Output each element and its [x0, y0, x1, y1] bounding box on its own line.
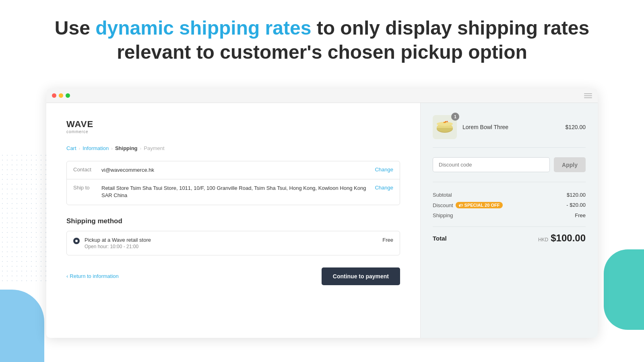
discount-code-badge: 🏷 SPECIAL 20 OFF: [456, 202, 503, 208]
discount-row: Apply: [433, 157, 586, 182]
contact-label: Contact: [73, 167, 101, 173]
browser-content: WAVE commerce Cart › Information › Shipp…: [46, 103, 598, 338]
discount-value: - $20.00: [566, 202, 586, 208]
shipping-option-price: Free: [382, 237, 393, 243]
checkout-form-panel: WAVE commerce Cart › Information › Shipp…: [46, 103, 421, 338]
product-quantity-badge: 1: [451, 113, 459, 121]
shipping-row-total: Shipping Free: [433, 212, 586, 218]
radio-inner: [75, 240, 78, 242]
ship-to-label: Ship to: [73, 185, 101, 191]
subtotal-row: Subtotal $120.00: [433, 192, 586, 198]
contact-value: vi@wavecommerce.hk: [101, 167, 371, 174]
breadcrumb: Cart › Information › Shipping › Payment: [66, 145, 400, 151]
dot-minimize[interactable]: [59, 93, 63, 98]
blue-decoration: [0, 290, 44, 362]
return-to-info-link[interactable]: ‹ Return to information: [66, 273, 119, 279]
totals-section: Subtotal $120.00 Discount 🏷 SPECIAL 20 O…: [433, 192, 586, 244]
menu-line: [584, 97, 592, 98]
subtotal-value: $120.00: [567, 192, 586, 198]
total-label: Total: [433, 235, 447, 242]
ship-to-change[interactable]: Change: [375, 185, 393, 191]
order-summary-panel: 1 Lorem Bowl Three $120.00 Apply Subtota…: [421, 103, 598, 338]
browser-dots: [52, 93, 70, 98]
chevron-icon: ›: [111, 146, 113, 151]
product-image-wrap: 1: [433, 115, 457, 139]
chevron-icon: ›: [140, 146, 142, 151]
ship-to-value: Retail Store Tsim Sha Tsui Store, 1011, …: [101, 185, 371, 199]
shipping-details: Pickup at a Wave retail store Open hour:…: [85, 237, 378, 249]
bowl-icon: [434, 117, 455, 138]
total-amount: $100.00: [551, 232, 586, 244]
logo-subtitle: commerce: [66, 130, 400, 134]
highlight-text: dynamic shipping rates: [95, 17, 311, 39]
apply-discount-button[interactable]: Apply: [554, 157, 586, 172]
contact-change[interactable]: Change: [375, 167, 393, 173]
page-header: Use dynamic shipping rates to only displ…: [0, 0, 644, 76]
contact-row: Contact vi@wavecommerce.hk Change: [67, 161, 400, 179]
shipping-method-title: Shipping method: [66, 217, 400, 225]
shipping-option[interactable]: Pickup at a Wave retail store Open hour:…: [66, 231, 400, 255]
info-box: Contact vi@wavecommerce.hk Change Ship t…: [66, 161, 400, 205]
dot-maximize[interactable]: [66, 93, 70, 98]
teal-decoration: [604, 249, 644, 330]
chevron-icon: ›: [79, 146, 80, 151]
menu-line: [584, 93, 592, 94]
shipping-option-name: Pickup at a Wave retail store: [85, 237, 378, 243]
page-title: Use dynamic shipping rates to only displ…: [40, 16, 604, 64]
shipping-total-value: Free: [575, 212, 586, 218]
shipping-total-label: Shipping: [433, 212, 453, 218]
shipping-hours: Open hour: 10:00 - 21:00: [85, 244, 378, 249]
currency-label: HKD: [538, 237, 548, 243]
breadcrumb-shipping: Shipping: [115, 145, 138, 151]
grand-total-value: HKD $100.00: [538, 232, 586, 244]
continue-to-payment-button[interactable]: Continue to payment: [322, 267, 400, 285]
grand-total-row: Total HKD $100.00: [433, 226, 586, 244]
product-item: 1 Lorem Bowl Three $120.00: [433, 115, 586, 148]
discount-row-total: Discount 🏷 SPECIAL 20 OFF - $20.00: [433, 202, 586, 208]
browser-menu: [584, 93, 592, 98]
product-price: $120.00: [565, 124, 586, 130]
browser-window: WAVE commerce Cart › Information › Shipp…: [46, 88, 598, 338]
ship-to-row: Ship to Retail Store Tsim Sha Tsui Store…: [67, 179, 400, 204]
browser-titlebar: [46, 88, 598, 103]
tag-icon: 🏷: [459, 203, 463, 208]
logo-area: WAVE commerce: [66, 119, 400, 134]
discount-label-wrap: Discount 🏷 SPECIAL 20 OFF: [433, 202, 503, 208]
subtotal-label: Subtotal: [433, 192, 452, 198]
breadcrumb-payment: Payment: [144, 145, 164, 151]
discount-code-input[interactable]: [433, 157, 550, 172]
menu-line: [584, 95, 592, 96]
radio-selected: [73, 238, 80, 244]
dot-close[interactable]: [52, 93, 56, 98]
chevron-left-icon: ‹: [66, 273, 68, 279]
product-name: Lorem Bowl Three: [462, 124, 559, 130]
form-actions: ‹ Return to information Continue to paym…: [66, 267, 400, 285]
logo-name: WAVE: [66, 119, 400, 130]
dots-decoration: [0, 153, 52, 282]
breadcrumb-cart[interactable]: Cart: [66, 145, 76, 151]
breadcrumb-information[interactable]: Information: [83, 145, 109, 151]
